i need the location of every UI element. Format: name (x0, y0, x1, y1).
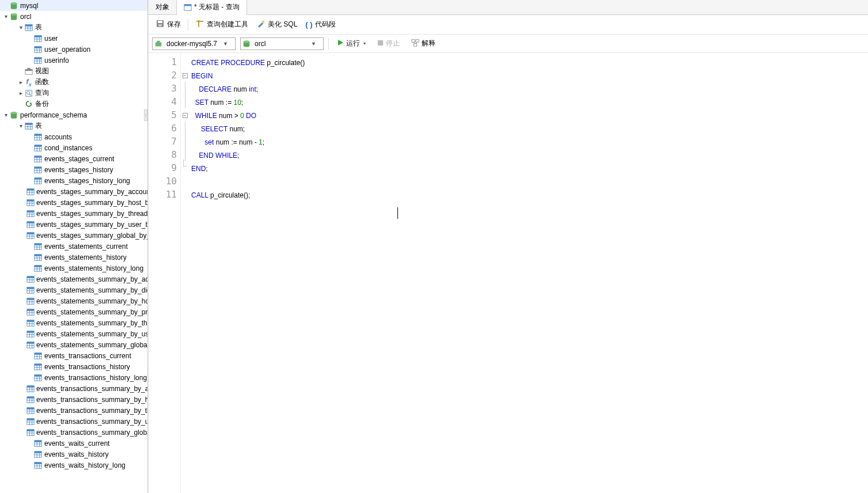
code-line[interactable]: END WHILE; (191, 148, 305, 161)
table-item[interactable]: events_statements_summary_by_thread_by_e… (0, 317, 147, 328)
folder-item-table[interactable]: ▾表 (0, 120, 147, 131)
table-item[interactable]: events_statements_summary_by_host_by_eve… (0, 295, 147, 306)
database-item[interactable]: ▾orcl (0, 11, 147, 22)
code-content[interactable]: CREATE PROCEDURE p_circulate()BEGIN DECL… (189, 53, 305, 493)
code-line[interactable]: CALL p_circulate(); (191, 188, 305, 201)
explain-button[interactable]: 解释 (408, 37, 439, 50)
tree-item-label: 视图 (35, 66, 49, 76)
code-line[interactable]: CREATE PROCEDURE p_circulate() (191, 55, 305, 69)
table-item[interactable]: events_statements_summary_by_account_by_… (0, 274, 147, 285)
folder-item-view[interactable]: 视图 (0, 66, 147, 77)
connection-select[interactable]: docker-mysql5.7 ▼ (152, 37, 236, 50)
table-item[interactable]: events_stages_summary_by_account_by_even… (0, 186, 147, 197)
code-line[interactable]: set num := num - 1; (191, 135, 305, 148)
table-item[interactable]: events_transactions_summary_by_account_b… (0, 383, 147, 394)
svg-rect-148 (35, 374, 41, 376)
code-editor[interactable]: 1234567891011 −− CREATE PROCEDURE p_circ… (149, 53, 868, 493)
fold-gutter[interactable]: −− (181, 53, 189, 493)
code-line[interactable]: DECLARE num int; (191, 82, 305, 95)
table-item[interactable]: user (0, 33, 147, 44)
table-item[interactable]: events_stages_summary_by_user_by_event_n… (0, 219, 147, 230)
table-item[interactable]: events_transactions_summary_by_host_by_e… (0, 394, 147, 405)
run-button[interactable]: 运行 ▾ (333, 37, 369, 50)
db-icon (9, 12, 18, 21)
code-line[interactable] (191, 175, 305, 188)
expand-arrow[interactable]: ▾ (17, 24, 24, 31)
table-item[interactable]: events_transactions_history_long (0, 372, 147, 383)
table-icon (26, 187, 35, 196)
line-number: 2 (149, 69, 180, 82)
svg-rect-20 (35, 57, 41, 59)
expand-arrow[interactable]: ▾ (17, 123, 24, 129)
fold-marker[interactable]: − (181, 108, 189, 122)
table-item[interactable]: cond_instances (0, 142, 147, 153)
tree-item-label: events_stages_summary_by_thread_by_event… (36, 210, 147, 218)
database-item[interactable]: mysql (0, 0, 147, 11)
table-item[interactable]: events_statements_summary_by_program (0, 306, 147, 317)
folder-item-table[interactable]: ▾表 (0, 22, 147, 33)
svg-rect-202 (378, 40, 383, 45)
table-item[interactable]: events_stages_summary_by_thread_by_event… (0, 208, 147, 219)
beautify-sql-button[interactable]: 美化 SQL (253, 17, 301, 32)
fold-marker[interactable]: − (181, 69, 189, 82)
expand-arrow[interactable]: ▸ (17, 79, 24, 85)
table-item[interactable]: events_transactions_summary_global_by_ev… (0, 427, 147, 438)
query-builder-button[interactable]: 查询创建工具 (192, 17, 252, 32)
code-line[interactable]: WHILE num > 0 DO (191, 108, 305, 122)
table-item[interactable]: userinfo (0, 55, 147, 66)
code-line[interactable]: BEGIN (191, 69, 305, 82)
explain-icon (411, 39, 419, 48)
table-item[interactable]: events_statements_history_long (0, 263, 147, 274)
table-item[interactable]: events_statements_summary_global_by_even… (0, 339, 147, 350)
expand-arrow[interactable]: ▾ (2, 13, 9, 20)
tab-query[interactable]: * 无标题 - 查询 (177, 0, 247, 15)
table-icon (33, 439, 43, 448)
splitter-handle[interactable]: ⋮ (144, 109, 147, 121)
table-item[interactable]: events_statements_current (0, 241, 147, 252)
save-button[interactable]: 保存 (152, 17, 184, 32)
table-icon (33, 45, 43, 54)
table-item[interactable]: events_stages_summary_global_by_event_na… (0, 230, 147, 241)
table-item[interactable]: user_operation (0, 44, 147, 55)
folder-item-fx[interactable]: ▸fx函数 (0, 77, 147, 88)
expand-arrow[interactable]: ▾ (2, 112, 9, 118)
table-item[interactable]: events_waits_current (0, 438, 147, 449)
table-item[interactable]: accounts (0, 131, 147, 142)
database-item[interactable]: ▾performance_schema (0, 109, 147, 120)
table-item[interactable]: events_transactions_current (0, 350, 147, 361)
code-line[interactable]: END; (191, 161, 305, 175)
tab-objects[interactable]: 对象 (149, 0, 177, 14)
table-item[interactable]: events_transactions_history (0, 361, 147, 372)
table-item[interactable]: events_stages_current (0, 153, 147, 164)
tree-item-label: events_statements_summary_by_thread_by_e… (36, 319, 147, 327)
code-line[interactable]: SET num := 10; (191, 95, 305, 108)
stop-button[interactable]: 停止 (374, 37, 403, 50)
table-icon (26, 340, 35, 350)
table-item[interactable]: events_statements_summary_by_digest (0, 285, 147, 295)
folder-item-backup[interactable]: 备份 (0, 98, 147, 109)
tree-item-label: events_waits_current (44, 439, 109, 448)
table-item[interactable]: events_waits_history_long (0, 460, 147, 471)
table-item[interactable]: events_statements_history (0, 252, 147, 263)
tree-view[interactable]: mysql▾orcl▾表useruser_operationuserinfo视图… (0, 0, 147, 493)
table-icon (33, 56, 43, 65)
database-select[interactable]: orcl ▼ (240, 37, 324, 50)
table-item[interactable]: events_statements_summary_by_user_by_eve… (0, 328, 147, 339)
svg-rect-113 (27, 298, 34, 299)
table-item[interactable]: events_stages_summary_by_host_by_event_n… (0, 197, 147, 208)
tree-item-label: 备份 (35, 99, 49, 109)
table-item[interactable]: events_transactions_summary_by_thread_by… (0, 405, 147, 416)
table-item[interactable]: events_waits_history (0, 449, 147, 460)
table-item[interactable]: events_transactions_summary_by_user_by_e… (0, 416, 147, 427)
folder-item-query[interactable]: ▸查询 (0, 88, 147, 98)
svg-rect-108 (27, 287, 34, 289)
snippet-button[interactable]: ( ) 代码段 (302, 18, 339, 31)
tree-item-label: events_statements_history_long (44, 264, 143, 272)
table-icon (33, 351, 43, 361)
table-item[interactable]: events_stages_history_long (0, 175, 147, 186)
tree-item-label: 表 (35, 121, 42, 131)
tab-objects-label: 对象 (156, 2, 169, 12)
table-item[interactable]: events_stages_history (0, 164, 147, 175)
code-line[interactable]: SELECT num; (191, 122, 305, 135)
expand-arrow[interactable]: ▸ (17, 90, 24, 96)
